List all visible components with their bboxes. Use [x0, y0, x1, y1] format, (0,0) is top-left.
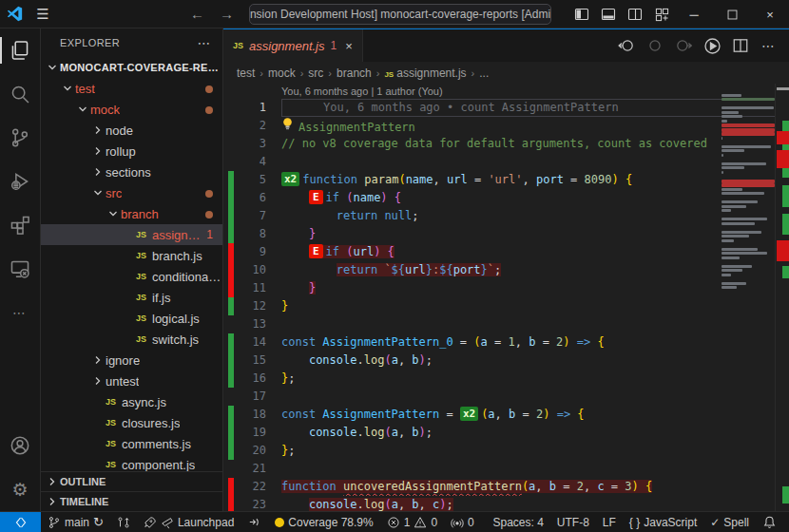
status-language[interactable]: { }JavaScript [623, 512, 703, 532]
nav-forward-icon[interactable] [673, 35, 694, 56]
explorer-more-icon[interactable]: ⋯ [198, 35, 211, 50]
tree-item-untest[interactable]: untest [41, 370, 222, 391]
activity-settings[interactable]: ⚙ [0, 467, 41, 511]
status-spell-check[interactable]: ✓Spell [703, 512, 756, 532]
breadcrumb-item-mock[interactable]: mock [268, 66, 296, 80]
panel-outline[interactable]: OUTLINE [41, 471, 222, 491]
breadcrumb-item--[interactable]: ... [479, 66, 489, 80]
code-line-1[interactable]: 1You, 6 months ago • count AssignmentPat… [223, 99, 789, 117]
close-icon[interactable]: × [345, 39, 353, 53]
hamburger-menu-icon[interactable]: ☰ [29, 6, 57, 23]
tree-item-component-js[interactable]: JScomponent.js [41, 454, 222, 471]
activity-explorer[interactable] [0, 28, 41, 72]
nav-back-icon[interactable] [616, 35, 637, 56]
close-button[interactable]: × [751, 0, 789, 28]
nav-forward-arrow[interactable]: → [220, 6, 234, 22]
status-indentation[interactable]: Spaces: 4 [486, 512, 549, 532]
activity-extensions[interactable] [0, 203, 41, 247]
run-coverage-icon[interactable] [702, 35, 722, 56]
code-line-5[interactable]: 5x2function param(name, url = 'url', por… [223, 171, 789, 189]
tree-item-monocart-coverage-repo-[interactable]: MONOCART-COVERAGE-REPO... [41, 57, 222, 78]
code-line-7[interactable]: 7 return null; [223, 207, 789, 225]
status-notifications[interactable] [756, 512, 783, 532]
code-line-12[interactable]: 12} [223, 297, 789, 315]
overview-ruler[interactable] [775, 84, 789, 511]
tree-item-src[interactable]: src [41, 182, 222, 203]
tree-item-switch-js[interactable]: JSswitch.js [41, 329, 222, 350]
remote-indicator[interactable] [0, 512, 41, 532]
minimap-line [722, 239, 734, 242]
layout-grid-icon[interactable] [648, 0, 675, 28]
code-line-10[interactable]: 10 return `${url}:${port}`; [223, 261, 789, 279]
tab-assignment-js[interactable]: JS assignment.js 1 × [223, 29, 363, 62]
command-center-title[interactable]: nsion Development Host] monocart-coverag… [249, 4, 551, 25]
activity-remote-explorer[interactable] [0, 247, 41, 291]
panel-right-icon[interactable] [622, 0, 648, 28]
panel-left-icon[interactable] [568, 0, 595, 28]
code-line-15[interactable]: 15 console.log(a, b); [223, 352, 789, 370]
code-line-19[interactable]: 19 console.log(a, b); [223, 424, 789, 442]
breadcrumb-item-test[interactable]: test [237, 66, 255, 80]
status-eol[interactable]: LF [596, 512, 623, 532]
lightbulb-icon[interactable] [281, 117, 295, 131]
maximize-button[interactable] [713, 0, 751, 28]
activity-account[interactable] [0, 424, 41, 467]
tree-item-conditional-js[interactable]: JSconditional.js [41, 266, 222, 287]
activity-more[interactable]: ⋯ [0, 291, 41, 334]
code-line-21[interactable]: 21 [223, 460, 789, 478]
code-line-16[interactable]: 16}; [223, 370, 789, 388]
code-line-4[interactable]: 4 [223, 153, 789, 171]
split-editor-icon[interactable] [730, 35, 751, 56]
code-line-9[interactable]: 9 Eif (url) { [223, 243, 789, 261]
code-editor[interactable]: You, 6 months ago | 1 author (You) 1You,… [223, 84, 789, 511]
code-line-8[interactable]: 8 } [223, 225, 789, 243]
activity-run-debug[interactable] [0, 160, 41, 203]
nav-back-arrow[interactable]: ← [190, 6, 204, 22]
tree-item-ignore[interactable]: ignore [41, 350, 222, 370]
tree-item-logical-js[interactable]: JSlogical.js [41, 308, 222, 329]
code-line-20[interactable]: 20}; [223, 442, 789, 460]
code-line-2[interactable]: 2AssignmentPattern [223, 117, 789, 135]
status-coverage[interactable]: Coverage 78.9% [268, 512, 379, 532]
codelens-annotation[interactable]: You, 6 months ago | 1 author (You) [223, 84, 789, 99]
more-actions-icon[interactable]: ⋯ [759, 35, 779, 56]
panel-bottom-icon[interactable] [595, 0, 622, 28]
tree-item-closures-js[interactable]: JSclosures.js [41, 412, 222, 433]
status-launchpad[interactable]: Launchpad [137, 512, 241, 532]
activity-source-control[interactable] [0, 116, 41, 160]
code-line-13[interactable]: 13 [223, 315, 789, 333]
status-problems[interactable]: 10 [380, 512, 444, 532]
nav-dot-icon[interactable] [645, 35, 665, 56]
tree-item-node[interactable]: node [41, 120, 222, 141]
tree-item-test[interactable]: test [41, 78, 222, 99]
tree-item-if-js[interactable]: JSif.js [41, 287, 222, 308]
tree-item-mock[interactable]: mock [41, 99, 222, 120]
activity-search[interactable] [0, 72, 41, 116]
tree-item-assignment-js[interactable]: JSassignment.js1 [41, 224, 222, 245]
code-line-18[interactable]: 18const AssignmentPattern = x2(a, b = 2)… [223, 406, 789, 424]
code-line-22[interactable]: 22function uncoveredAssignmentPattern(a,… [223, 478, 789, 496]
tree-item-async-js[interactable]: JSasync.js [41, 391, 222, 412]
status-gitlens-compare[interactable] [110, 512, 137, 532]
breadcrumb-item-branch[interactable]: branch [337, 66, 372, 80]
tree-item-branch[interactable]: branch [41, 203, 222, 224]
status-git-branch[interactable]: main↻ [41, 512, 110, 532]
tree-item-comments-js[interactable]: JScomments.js [41, 433, 222, 454]
panel-timeline[interactable]: TIMELINE [41, 491, 222, 511]
code-line-11[interactable]: 11 } [223, 279, 789, 297]
tree-item-sections[interactable]: sections [41, 162, 222, 182]
status-ports[interactable]: 0 [444, 512, 481, 532]
breadcrumb-item-src[interactable]: src [308, 66, 323, 80]
breadcrumb-item-assignment-js[interactable]: JSassignment.js [384, 66, 466, 80]
tree-item-branch-js[interactable]: JSbranch.js [41, 245, 222, 266]
code-line-14[interactable]: 14const AssignmentPattern_0 = (a = 1, b … [223, 333, 789, 352]
minimap[interactable] [720, 89, 775, 511]
status-coverage-run[interactable] [241, 512, 268, 532]
tree-item-rollup[interactable]: rollup [41, 141, 222, 162]
code-line-17[interactable]: 17 [223, 388, 789, 406]
code-line-6[interactable]: 6 Eif (name) { [223, 189, 789, 207]
code-line-3[interactable]: 3// no v8 coverage data for default argu… [223, 135, 789, 153]
code-line-23[interactable]: 23 console.log(a, b, c); [223, 496, 789, 511]
status-encoding[interactable]: UTF-8 [550, 512, 596, 532]
minimize-button[interactable]: ─ [675, 0, 713, 28]
